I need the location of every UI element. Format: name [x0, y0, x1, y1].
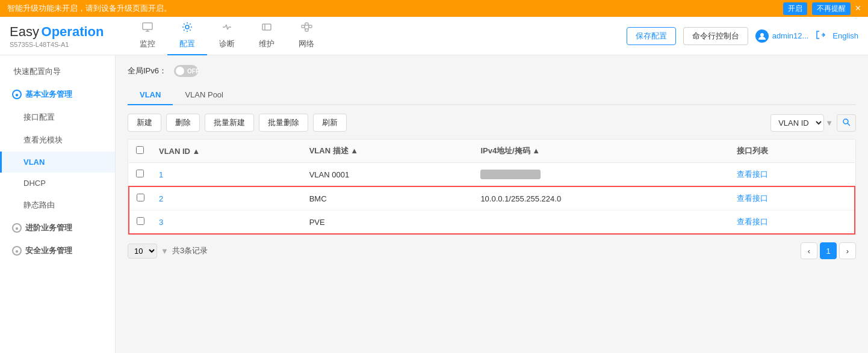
page-size-select[interactable]: 10	[128, 244, 157, 259]
logo: Easy Operation S5735S-L48T4S-A1	[10, 24, 104, 48]
banner-enable-btn[interactable]: 开启	[783, 2, 807, 15]
svg-line-22	[848, 123, 850, 126]
svg-rect-14	[309, 25, 312, 28]
cmd-console-btn[interactable]: 命令行控制台	[683, 27, 748, 45]
refresh-btn[interactable]: 刷新	[313, 114, 347, 132]
row3-ports-link[interactable]: 查看接口	[737, 217, 768, 226]
basic-group-icon: ●	[12, 90, 22, 99]
row1-select-cell	[129, 163, 152, 187]
delete-btn[interactable]: 删除	[166, 114, 200, 132]
sidebar-group-advanced[interactable]: ● 进阶业务管理	[0, 216, 115, 239]
tab-vlan[interactable]: VLAN	[128, 85, 173, 105]
prev-page-btn[interactable]: ‹	[801, 242, 817, 259]
language-switcher[interactable]: English	[832, 31, 858, 40]
user-avatar	[755, 29, 769, 43]
monitor-icon	[141, 21, 153, 36]
svg-point-21	[843, 119, 848, 124]
row1-desc-cell: VLAN 0001	[302, 163, 474, 187]
header-right: 保存配置 命令行控制台 admin12... English	[627, 27, 858, 45]
sidebar: 快速配置向导 ● 基本业务管理 接口配置 查看光模块 VLAN DHCP 静态路…	[0, 55, 116, 353]
logo-sub: S5735S-L48T4S-A1	[10, 41, 104, 48]
nav-config-label: 配置	[179, 38, 195, 49]
logo-operation: Operation	[42, 24, 104, 39]
svg-line-15	[305, 24, 305, 26]
col-vlanid-header: VLAN ID ▲	[152, 140, 302, 163]
row1-ports-cell: 查看接口	[730, 163, 855, 187]
row2-vlanid-link[interactable]: 2	[159, 194, 163, 203]
username-label: admin12...	[772, 31, 809, 40]
page-size-area: 10 ▼ 共3条记录	[128, 244, 208, 259]
banner-close-btn[interactable]: ×	[855, 3, 861, 14]
row3-vlanid-link[interactable]: 3	[159, 218, 163, 227]
row2-ports-cell: 查看接口	[730, 186, 855, 210]
batch-delete-btn[interactable]: 批量删除	[259, 114, 308, 132]
sidebar-item-vlan[interactable]: VLAN	[0, 152, 115, 173]
sidebar-item-interface-config[interactable]: 接口配置	[0, 106, 115, 129]
next-page-btn[interactable]: ›	[839, 242, 856, 259]
new-btn[interactable]: 新建	[128, 114, 161, 132]
row2-ipv4-cell: 10.0.0.1/255.255.224.0	[473, 186, 730, 210]
sidebar-group-basic[interactable]: ● 基本业务管理	[0, 83, 115, 106]
total-records-label: 共3条记录	[172, 245, 208, 256]
row3-desc-cell: PVE	[302, 210, 474, 235]
sidebar-item-dhcp-label: DHCP	[23, 179, 46, 188]
sidebar-group-security[interactable]: ● 安全业务管理	[0, 239, 115, 262]
network-icon	[300, 21, 312, 36]
ipv6-toggle[interactable]: OFF	[174, 65, 198, 77]
nav-network[interactable]: 网络	[287, 16, 326, 56]
svg-line-17	[308, 24, 309, 26]
banner-dismiss-btn[interactable]: 不再提醒	[812, 2, 851, 15]
nav-monitor[interactable]: 监控	[128, 16, 167, 56]
row1-vlanid-cell: 1	[152, 163, 302, 187]
nav-diagnose[interactable]: 诊断	[207, 16, 247, 56]
row2-checkbox[interactable]	[137, 194, 144, 201]
sidebar-item-quickstart-label: 快速配置向导	[14, 66, 61, 77]
row3-checkbox[interactable]	[137, 217, 144, 225]
row1-vlanid-link[interactable]: 1	[159, 170, 163, 179]
row3-select-cell	[129, 210, 152, 235]
user-info[interactable]: admin12...	[755, 29, 809, 43]
search-btn[interactable]	[837, 114, 856, 132]
col-ipv4-header: IPv4地址/掩码 ▲	[473, 140, 730, 163]
svg-point-19	[760, 33, 764, 37]
row1-ports-link[interactable]: 查看接口	[737, 170, 768, 179]
nav-maintain-label: 维护	[259, 38, 274, 49]
search-filter-select[interactable]: VLAN ID	[770, 114, 824, 132]
banner-actions: 开启 不再提醒 ×	[783, 2, 861, 15]
nav-config[interactable]: 配置	[167, 16, 207, 56]
page-1-btn[interactable]: 1	[820, 242, 837, 259]
sidebar-item-dhcp[interactable]: DHCP	[0, 173, 115, 194]
toolbar: 新建 删除 批量新建 批量删除 刷新 VLAN ID ▼	[128, 114, 856, 132]
search-area: VLAN ID ▼	[770, 114, 856, 132]
logo-easy: Easy	[10, 24, 39, 39]
upgrade-banner: 智能升级功能未开启，请到设备升级页面开启。 开启 不再提醒 ×	[0, 0, 868, 17]
advanced-group-icon: ●	[12, 223, 22, 233]
sidebar-item-static-route-label: 静态路由	[23, 200, 55, 210]
batch-new-btn[interactable]: 批量新建	[205, 114, 254, 132]
row1-checkbox[interactable]	[136, 170, 144, 177]
logout-icon[interactable]	[816, 30, 825, 41]
row2-ports-link[interactable]: 查看接口	[737, 194, 768, 203]
table-row: 3 PVE 查看接口	[129, 210, 855, 235]
ipv6-row: 全局IPv6： OFF	[128, 65, 856, 77]
row3-ports-cell: 查看接口	[730, 210, 855, 235]
ipv6-label: 全局IPv6：	[128, 66, 167, 76]
banner-text: 智能升级功能未开启，请到设备升级页面开启。	[7, 3, 172, 14]
row3-ipv4-cell	[473, 210, 730, 235]
nav-monitor-label: 监控	[140, 38, 155, 49]
save-config-btn[interactable]: 保存配置	[627, 27, 676, 45]
sidebar-item-quickstart[interactable]: 快速配置向导	[0, 60, 115, 83]
select-all-checkbox[interactable]	[136, 146, 144, 154]
main-layout: 快速配置向导 ● 基本业务管理 接口配置 查看光模块 VLAN DHCP 静态路…	[0, 55, 868, 353]
col-vlandesc-header: VLAN 描述 ▲	[302, 140, 474, 163]
svg-line-16	[305, 26, 305, 30]
pagination: 10 ▼ 共3条记录 ‹ 1 ›	[128, 242, 856, 259]
sidebar-item-optical[interactable]: 查看光模块	[0, 129, 115, 152]
col-select-header	[129, 140, 152, 163]
sidebar-group-advanced-label: 进阶业务管理	[25, 223, 72, 233]
tab-vlan-pool[interactable]: VLAN Pool	[173, 85, 235, 105]
nav-maintain[interactable]: 维护	[247, 16, 287, 56]
svg-rect-9	[262, 24, 271, 30]
svg-rect-12	[305, 23, 308, 25]
sidebar-item-static-route[interactable]: 静态路由	[0, 194, 115, 216]
